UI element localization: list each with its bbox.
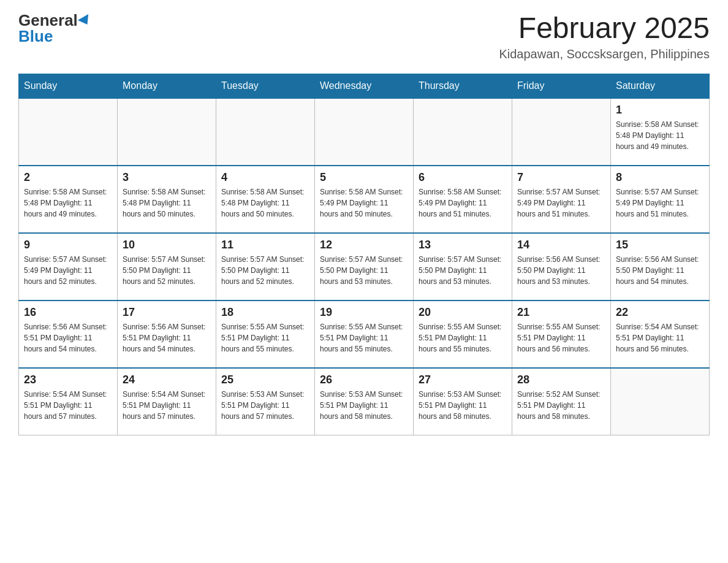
day-number: 13: [419, 239, 507, 251]
header-monday: Monday: [118, 74, 216, 98]
table-row: 7Sunrise: 5:57 AM Sunset: 5:49 PM Daylig…: [512, 166, 611, 233]
logo-triangle-icon: [78, 14, 93, 28]
title-block: February 2025 Kidapawan, Soccsksargen, P…: [499, 12, 710, 61]
day-info: Sunrise: 5:53 AM Sunset: 5:51 PM Dayligh…: [419, 389, 507, 422]
day-info: Sunrise: 5:58 AM Sunset: 5:48 PM Dayligh…: [616, 119, 704, 152]
table-row: 2Sunrise: 5:58 AM Sunset: 5:48 PM Daylig…: [19, 166, 118, 233]
day-number: 28: [517, 373, 605, 386]
day-number: 1: [616, 104, 704, 117]
calendar-week-row: 16Sunrise: 5:56 AM Sunset: 5:51 PM Dayli…: [19, 301, 710, 368]
day-info: Sunrise: 5:55 AM Sunset: 5:51 PM Dayligh…: [419, 321, 507, 354]
table-row: 26Sunrise: 5:53 AM Sunset: 5:51 PM Dayli…: [315, 368, 414, 435]
table-row: 15Sunrise: 5:56 AM Sunset: 5:50 PM Dayli…: [611, 233, 710, 301]
day-number: 10: [123, 239, 211, 251]
day-info: Sunrise: 5:53 AM Sunset: 5:51 PM Dayligh…: [320, 389, 408, 422]
day-number: 7: [517, 171, 605, 184]
day-info: Sunrise: 5:57 AM Sunset: 5:49 PM Dayligh…: [517, 186, 605, 220]
table-row: 3Sunrise: 5:58 AM Sunset: 5:48 PM Daylig…: [118, 166, 216, 233]
day-number: 16: [24, 306, 112, 319]
table-row: 18Sunrise: 5:55 AM Sunset: 5:51 PM Dayli…: [216, 301, 315, 368]
day-number: 26: [320, 373, 408, 386]
day-info: Sunrise: 5:56 AM Sunset: 5:51 PM Dayligh…: [123, 321, 211, 354]
day-info: Sunrise: 5:58 AM Sunset: 5:48 PM Dayligh…: [123, 186, 211, 220]
day-number: 14: [517, 239, 605, 251]
day-number: 20: [419, 306, 507, 319]
table-row: 17Sunrise: 5:56 AM Sunset: 5:51 PM Dayli…: [118, 301, 216, 368]
day-info: Sunrise: 5:53 AM Sunset: 5:51 PM Dayligh…: [221, 389, 309, 422]
table-row: 22Sunrise: 5:54 AM Sunset: 5:51 PM Dayli…: [611, 301, 710, 368]
table-row: 20Sunrise: 5:55 AM Sunset: 5:51 PM Dayli…: [414, 301, 512, 368]
table-row: [611, 368, 710, 435]
day-number: 5: [320, 171, 408, 184]
table-row: 12Sunrise: 5:57 AM Sunset: 5:50 PM Dayli…: [315, 233, 414, 301]
day-number: 2: [24, 171, 112, 184]
logo-row1: General: [18, 12, 91, 28]
day-number: 19: [320, 306, 408, 319]
header-tuesday: Tuesday: [216, 74, 315, 98]
day-info: Sunrise: 5:58 AM Sunset: 5:49 PM Dayligh…: [419, 186, 507, 220]
table-row: 4Sunrise: 5:58 AM Sunset: 5:48 PM Daylig…: [216, 166, 315, 233]
header-wednesday: Wednesday: [315, 74, 414, 98]
month-year-title: February 2025: [499, 12, 710, 45]
table-row: [512, 98, 611, 166]
table-row: 14Sunrise: 5:56 AM Sunset: 5:50 PM Dayli…: [512, 233, 611, 301]
day-info: Sunrise: 5:57 AM Sunset: 5:49 PM Dayligh…: [24, 254, 112, 287]
table-row: 6Sunrise: 5:58 AM Sunset: 5:49 PM Daylig…: [414, 166, 512, 233]
day-number: 23: [24, 373, 112, 386]
day-info: Sunrise: 5:57 AM Sunset: 5:50 PM Dayligh…: [320, 254, 408, 287]
table-row: [216, 98, 315, 166]
day-number: 21: [517, 306, 605, 319]
location-subtitle: Kidapawan, Soccsksargen, Philippines: [499, 47, 710, 61]
logo-blue-text: Blue: [18, 27, 53, 45]
table-row: 13Sunrise: 5:57 AM Sunset: 5:50 PM Dayli…: [414, 233, 512, 301]
table-row: 23Sunrise: 5:54 AM Sunset: 5:51 PM Dayli…: [19, 368, 118, 435]
day-info: Sunrise: 5:57 AM Sunset: 5:50 PM Dayligh…: [419, 254, 507, 287]
day-info: Sunrise: 5:56 AM Sunset: 5:50 PM Dayligh…: [517, 254, 605, 287]
calendar-week-row: 1Sunrise: 5:58 AM Sunset: 5:48 PM Daylig…: [19, 98, 710, 166]
day-info: Sunrise: 5:55 AM Sunset: 5:51 PM Dayligh…: [221, 321, 309, 354]
table-row: 8Sunrise: 5:57 AM Sunset: 5:49 PM Daylig…: [611, 166, 710, 233]
table-row: 10Sunrise: 5:57 AM Sunset: 5:50 PM Dayli…: [118, 233, 216, 301]
day-number: 11: [221, 239, 309, 251]
header-thursday: Thursday: [414, 74, 512, 98]
day-number: 22: [616, 306, 704, 319]
table-row: 9Sunrise: 5:57 AM Sunset: 5:49 PM Daylig…: [19, 233, 118, 301]
logo: General Blue: [18, 12, 91, 44]
day-info: Sunrise: 5:57 AM Sunset: 5:50 PM Dayligh…: [221, 254, 309, 287]
table-row: 28Sunrise: 5:52 AM Sunset: 5:51 PM Dayli…: [512, 368, 611, 435]
day-info: Sunrise: 5:58 AM Sunset: 5:49 PM Dayligh…: [320, 186, 408, 220]
day-info: Sunrise: 5:57 AM Sunset: 5:49 PM Dayligh…: [616, 186, 704, 220]
table-row: [118, 98, 216, 166]
day-number: 12: [320, 239, 408, 251]
day-info: Sunrise: 5:58 AM Sunset: 5:48 PM Dayligh…: [221, 186, 309, 220]
calendar-header-row: Sunday Monday Tuesday Wednesday Thursday…: [19, 74, 710, 98]
table-row: [19, 98, 118, 166]
table-row: 11Sunrise: 5:57 AM Sunset: 5:50 PM Dayli…: [216, 233, 315, 301]
table-row: 5Sunrise: 5:58 AM Sunset: 5:49 PM Daylig…: [315, 166, 414, 233]
day-number: 3: [123, 171, 211, 184]
day-info: Sunrise: 5:58 AM Sunset: 5:48 PM Dayligh…: [24, 186, 112, 220]
day-info: Sunrise: 5:55 AM Sunset: 5:51 PM Dayligh…: [320, 321, 408, 354]
table-row: 19Sunrise: 5:55 AM Sunset: 5:51 PM Dayli…: [315, 301, 414, 368]
table-row: 27Sunrise: 5:53 AM Sunset: 5:51 PM Dayli…: [414, 368, 512, 435]
day-info: Sunrise: 5:56 AM Sunset: 5:51 PM Dayligh…: [24, 321, 112, 354]
table-row: 21Sunrise: 5:55 AM Sunset: 5:51 PM Dayli…: [512, 301, 611, 368]
day-info: Sunrise: 5:54 AM Sunset: 5:51 PM Dayligh…: [123, 389, 211, 422]
calendar-table: Sunday Monday Tuesday Wednesday Thursday…: [18, 74, 710, 436]
calendar-week-row: 23Sunrise: 5:54 AM Sunset: 5:51 PM Dayli…: [19, 368, 710, 435]
header-saturday: Saturday: [611, 74, 710, 98]
page-header: General Blue February 2025 Kidapawan, So…: [18, 12, 710, 61]
table-row: 1Sunrise: 5:58 AM Sunset: 5:48 PM Daylig…: [611, 98, 710, 166]
day-number: 4: [221, 171, 309, 184]
table-row: 24Sunrise: 5:54 AM Sunset: 5:51 PM Dayli…: [118, 368, 216, 435]
header-sunday: Sunday: [19, 74, 118, 98]
table-row: [414, 98, 512, 166]
day-info: Sunrise: 5:54 AM Sunset: 5:51 PM Dayligh…: [616, 321, 704, 354]
day-info: Sunrise: 5:56 AM Sunset: 5:50 PM Dayligh…: [616, 254, 704, 287]
day-number: 18: [221, 306, 309, 319]
day-number: 8: [616, 171, 704, 184]
day-number: 24: [123, 373, 211, 386]
day-number: 9: [24, 239, 112, 251]
day-info: Sunrise: 5:54 AM Sunset: 5:51 PM Dayligh…: [24, 389, 112, 422]
day-number: 6: [419, 171, 507, 184]
